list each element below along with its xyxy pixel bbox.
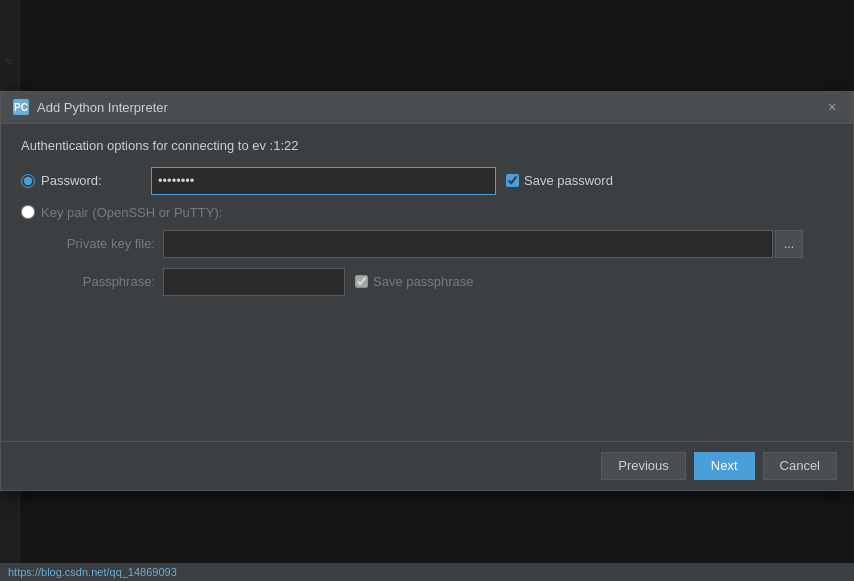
keypair-radio[interactable] — [21, 205, 35, 219]
url-bar: https://blog.csdn.net/qq_14869093 — [0, 563, 854, 581]
url-text: https://blog.csdn.net/qq_14869093 — [8, 566, 177, 578]
pycharm-icon: PC — [13, 99, 29, 115]
dialog-title-left: PC Add Python Interpreter — [13, 99, 168, 115]
save-passphrase-checkbox[interactable] — [355, 275, 368, 288]
keypair-radio-label[interactable]: Key pair (OpenSSH or PuTTY): — [21, 205, 222, 220]
keypair-label: Key pair (OpenSSH or PuTTY): — [41, 205, 222, 220]
dialog-titlebar: PC Add Python Interpreter × — [1, 92, 853, 124]
dialog-title: Add Python Interpreter — [37, 100, 168, 115]
save-passphrase-label: Save passphrase — [355, 274, 473, 289]
cancel-button[interactable]: Cancel — [763, 452, 837, 480]
dialog-body: Authentication options for connecting to… — [1, 124, 853, 441]
save-passphrase-text: Save passphrase — [373, 274, 473, 289]
save-password-label[interactable]: Save password — [506, 173, 613, 188]
dialog-footer: Previous Next Cancel — [1, 441, 853, 490]
browse-button[interactable]: ... — [775, 230, 803, 258]
password-input[interactable] — [151, 167, 496, 195]
password-row: Password: Save password — [21, 167, 833, 195]
passphrase-row: Passphrase: Save passphrase — [21, 268, 833, 296]
add-python-interpreter-dialog: PC Add Python Interpreter × Authenticati… — [0, 91, 854, 491]
save-password-text: Save password — [524, 173, 613, 188]
password-radio-label[interactable]: Password: — [21, 173, 151, 188]
save-password-checkbox[interactable] — [506, 174, 519, 187]
keypair-row: Key pair (OpenSSH or PuTTY): — [21, 205, 833, 220]
password-radio[interactable] — [21, 174, 35, 188]
private-key-input[interactable] — [163, 230, 773, 258]
private-key-row: Private key file: ... — [21, 230, 833, 258]
previous-button[interactable]: Previous — [601, 452, 686, 480]
password-label: Password: — [41, 173, 102, 188]
close-button[interactable]: × — [823, 98, 841, 116]
passphrase-label: Passphrase: — [45, 274, 163, 289]
next-button[interactable]: Next — [694, 452, 755, 480]
dialog-overlay: PC Add Python Interpreter × Authenticati… — [0, 0, 854, 581]
passphrase-input[interactable] — [163, 268, 345, 296]
auth-description: Authentication options for connecting to… — [21, 138, 833, 153]
private-key-label: Private key file: — [45, 236, 163, 251]
